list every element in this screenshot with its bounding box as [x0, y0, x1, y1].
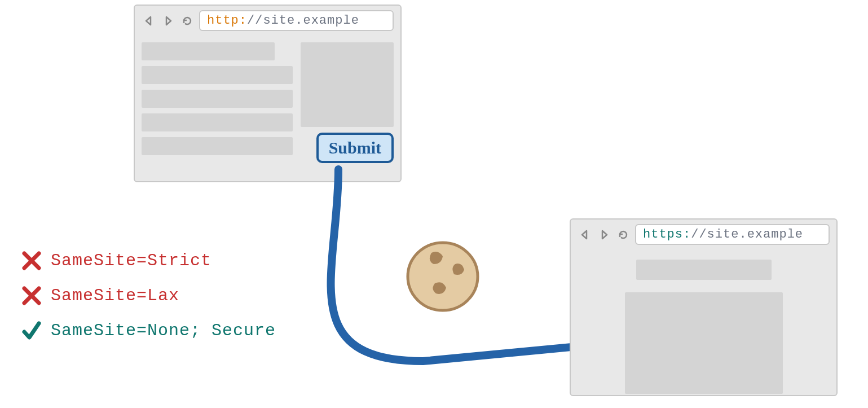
legend-strict: SameSite=Strict	[21, 251, 276, 271]
url-host: //site.example	[691, 227, 803, 242]
content-lines	[142, 42, 293, 163]
check-icon	[21, 321, 42, 341]
svg-point-0	[408, 243, 478, 310]
url-bar[interactable]: https://site.example	[635, 224, 830, 245]
page-content	[571, 249, 836, 401]
submit-button[interactable]: Submit	[316, 133, 394, 163]
url-host: //site.example	[247, 14, 359, 28]
url-bar[interactable]: http://site.example	[199, 10, 394, 31]
content-line	[142, 42, 275, 60]
reload-icon[interactable]	[616, 227, 631, 242]
page-content: Submit	[135, 36, 400, 170]
content-sidebar: Submit	[301, 42, 394, 163]
target-browser: https://site.example	[570, 218, 838, 396]
browser-toolbar: http://site.example	[135, 6, 400, 36]
forward-icon[interactable]	[597, 227, 611, 242]
content-line	[142, 137, 293, 155]
legend-label: SameSite=Strict	[51, 251, 212, 270]
content-image	[301, 42, 394, 127]
content-image	[625, 292, 783, 394]
cross-icon	[21, 251, 42, 271]
forward-icon[interactable]	[161, 14, 175, 28]
browser-toolbar: https://site.example	[571, 220, 836, 249]
legend-label: SameSite=Lax	[51, 286, 179, 305]
content-line	[142, 90, 293, 108]
cookie-icon	[403, 237, 482, 316]
content-heading	[636, 260, 772, 280]
legend-label: SameSite=None; Secure	[51, 321, 276, 340]
cross-icon	[21, 286, 42, 306]
url-scheme: http:	[207, 14, 247, 28]
reload-icon[interactable]	[180, 14, 195, 28]
content-line	[142, 113, 293, 131]
back-icon[interactable]	[142, 14, 156, 28]
legend-none: SameSite=None; Secure	[21, 321, 276, 341]
legend-lax: SameSite=Lax	[21, 286, 276, 306]
content-line	[142, 66, 293, 84]
source-browser: http://site.example Submit	[134, 5, 402, 182]
back-icon[interactable]	[578, 227, 592, 242]
samesite-legend: SameSite=Strict SameSite=Lax SameSite=No…	[21, 251, 276, 341]
url-scheme: https:	[643, 227, 691, 242]
